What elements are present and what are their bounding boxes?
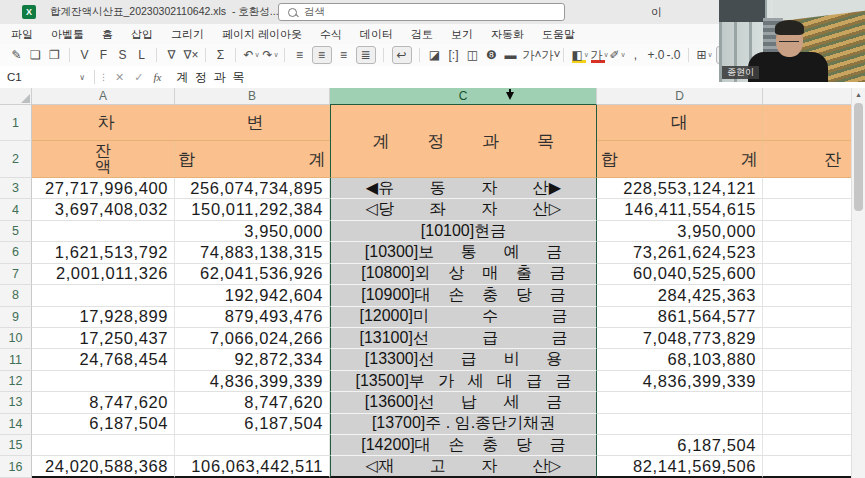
menu-item-파일[interactable]: 파일 [2, 27, 42, 42]
font-color-icon[interactable]: 가∨ [591, 47, 605, 63]
highlighter-icon[interactable]: ✐∨ [610, 47, 624, 63]
column-header-B[interactable]: B [175, 88, 330, 105]
cell-A5[interactable] [32, 221, 175, 242]
cell-D9[interactable]: 861,564,577 [597, 307, 763, 328]
cell-credit-title[interactable]: 대 [597, 105, 763, 141]
clear-filter-icon[interactable]: ∇× [184, 47, 198, 63]
cell-E3[interactable] [763, 178, 852, 199]
menu-item-보기[interactable]: 보기 [442, 27, 482, 42]
cell-B7[interactable]: 62,041,536,926 [175, 264, 330, 285]
cell-C9[interactable]: [12000]미 수 금 [330, 307, 597, 328]
brackets-icon[interactable]: [:] [447, 47, 461, 63]
cell-B4[interactable]: 150,011,292,384 [175, 199, 330, 220]
filter-icon[interactable]: ∇ [165, 47, 179, 63]
menu-item-아벨툴[interactable]: 아벨툴 [42, 27, 93, 42]
cell-C12[interactable]: [13500]부 가 세 대 급 금 [330, 371, 597, 392]
cell-C14[interactable]: [13700]주 . 임.종단기채권 [330, 414, 597, 435]
cell-D5[interactable]: 3,950,000 [597, 221, 763, 242]
cell-E10[interactable] [763, 328, 852, 349]
cell-D13[interactable] [597, 392, 763, 413]
decrease-decimal-icon[interactable]: -.0 [667, 47, 681, 63]
dropdown-caret-icon[interactable]: ∨ [255, 51, 260, 58]
cell-E4[interactable] [763, 199, 852, 220]
dropdown-caret-icon[interactable]: ∨ [584, 51, 589, 58]
menu-item-자동화[interactable]: 자동화 [482, 27, 533, 42]
cell-E8[interactable] [763, 285, 852, 306]
cell-C13[interactable]: [13600]선 납 세 금 [330, 392, 597, 413]
row-header-10[interactable]: 10 [0, 328, 32, 349]
undo-icon[interactable]: ↶∨ [244, 47, 258, 63]
cell-A13[interactable]: 8,747,620 [32, 392, 175, 413]
align-left-icon[interactable]: ≡ [293, 47, 307, 63]
cell-debit-balance-label[interactable]: 잔 액 [32, 141, 175, 178]
row-header-4[interactable]: 4 [0, 199, 32, 220]
formula-bar-grip[interactable]: ⋮ [99, 72, 108, 82]
cell-B3[interactable]: 256,074,734,895 [175, 178, 330, 199]
cell-C16[interactable]: ◁재 고 자 산▷ [330, 456, 597, 477]
row-header-3[interactable]: 3 [0, 178, 32, 199]
cell-B10[interactable]: 7,066,024,266 [175, 328, 330, 349]
menu-item-도움말[interactable]: 도움말 [533, 27, 584, 42]
cell-A10[interactable]: 17,250,437 [32, 328, 175, 349]
cell-credit-balance-label[interactable]: 잔 [763, 141, 852, 178]
cell-credit-title-partial[interactable] [763, 105, 852, 141]
column-header-E[interactable] [763, 88, 852, 105]
vertical-scrollbar[interactable]: ▲ [851, 88, 865, 478]
menu-item-삽입[interactable]: 삽입 [122, 27, 162, 42]
cell-D15[interactable]: 6,187,504 [597, 435, 763, 456]
scrollbar-thumb[interactable] [854, 103, 863, 211]
comma-style-icon[interactable]: , [629, 47, 643, 63]
increase-decimal-icon[interactable]: +.0 [648, 47, 662, 63]
insert-function-icon[interactable]: fx [153, 71, 161, 83]
cell-B8[interactable]: 192,942,604 [175, 285, 330, 306]
menu-item-그리기[interactable]: 그리기 [162, 27, 213, 42]
cell-B11[interactable]: 92,872,334 [175, 349, 330, 370]
menu-item-검토[interactable]: 검토 [402, 27, 442, 42]
font-increase-icon[interactable]: 가˄ [523, 47, 537, 63]
cell-C5[interactable]: [10100]현금 [330, 221, 597, 242]
row-header-14[interactable]: 14 [0, 414, 32, 435]
name-box-caret-icon[interactable]: ∨ [79, 73, 85, 82]
cancel-icon[interactable]: ✕ [115, 71, 124, 84]
row-header-16[interactable]: 16 [0, 456, 32, 477]
cell-E16[interactable] [763, 456, 852, 477]
cell-E14[interactable] [763, 414, 852, 435]
cell-credit-total-label[interactable]: 합 계 [597, 141, 763, 178]
formula-content[interactable]: 계 정 과 목 [176, 69, 244, 86]
row-header-1[interactable]: 1 [0, 105, 32, 141]
redo-icon[interactable]: ↷∨ [263, 47, 277, 63]
cell-E15[interactable] [763, 435, 852, 456]
wrap-text-icon[interactable]: ↩ [392, 46, 412, 64]
cell-C7[interactable]: [10800]외 상 매 출 금 [330, 264, 597, 285]
cell-B9[interactable]: 879,493,476 [175, 307, 330, 328]
dropdown-caret-icon[interactable]: ∨ [708, 51, 713, 58]
cell-D11[interactable]: 68,103,880 [597, 349, 763, 370]
cell-D7[interactable]: 60,040,525,600 [597, 264, 763, 285]
paste-icon[interactable]: ❐ [48, 47, 62, 63]
cell-B16[interactable]: 106,063,442,511 [175, 456, 330, 477]
menu-item-수식[interactable]: 수식 [311, 27, 351, 42]
excel-app-icon[interactable]: X [22, 5, 36, 19]
copy-icon[interactable]: ❏ [29, 47, 43, 63]
row-header-13[interactable]: 13 [0, 392, 32, 413]
cell-E12[interactable] [763, 371, 852, 392]
cell-B13[interactable]: 8,747,620 [175, 392, 330, 413]
justify-icon[interactable]: ≣ [356, 46, 376, 64]
format-painter-icon[interactable]: ✎ [10, 47, 24, 63]
cell-D16[interactable]: 82,141,569,506 [597, 456, 763, 477]
cell-E6[interactable] [763, 242, 852, 263]
column-header-C[interactable]: C [330, 88, 597, 105]
shade-cell-icon[interactable]: ◪ [428, 47, 442, 63]
row-header-9[interactable]: 9 [0, 307, 32, 328]
black-bar-icon[interactable]: ▬ [504, 47, 518, 63]
cell-debit-title[interactable]: 차 변 [32, 105, 330, 141]
font-decrease-icon[interactable]: 가˅ [542, 47, 556, 63]
cell-A15[interactable] [32, 435, 175, 456]
cell-B14[interactable]: 6,187,504 [175, 414, 330, 435]
no-fill-icon[interactable]: ◫ [466, 47, 480, 63]
cell-A14[interactable]: 6,187,504 [32, 414, 175, 435]
cell-B5[interactable]: 3,950,000 [175, 221, 330, 242]
row-header-5[interactable]: 5 [0, 221, 32, 242]
menu-item-홈[interactable]: 홈 [93, 27, 122, 42]
name-box[interactable]: C1 ∨ [0, 66, 92, 88]
